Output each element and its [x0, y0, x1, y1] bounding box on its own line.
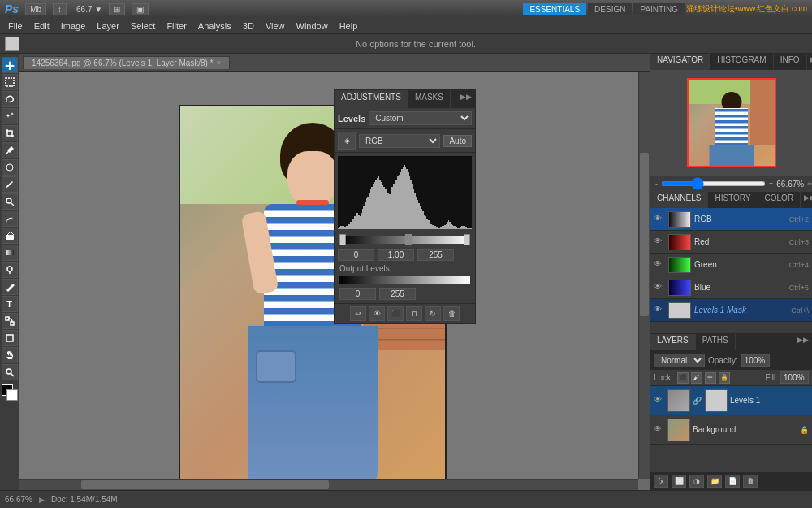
- refresh-icon-btn[interactable]: ↻: [425, 306, 441, 321]
- reset-icon-btn[interactable]: ↩: [350, 306, 366, 321]
- layer-levels1-eye[interactable]: 👁: [654, 395, 665, 406]
- masks-tab[interactable]: MASKS: [408, 90, 451, 108]
- menu-layer[interactable]: Layer: [92, 20, 124, 33]
- text-tool[interactable]: T: [2, 296, 18, 312]
- output-white-input[interactable]: [379, 288, 416, 300]
- screen-btn[interactable]: ▣: [132, 3, 149, 15]
- histogram-tab[interactable]: HISTOGRAM: [710, 54, 773, 70]
- lock-move-btn[interactable]: ✛: [705, 372, 716, 384]
- paths-tab[interactable]: PATHS: [696, 334, 736, 350]
- document-tab[interactable]: 14256364.jpg @ 66.7% (Levels 1, Layer Ma…: [23, 56, 230, 69]
- menu-image[interactable]: Image: [56, 20, 91, 33]
- navigator-tab[interactable]: NAVIGATOR: [650, 54, 710, 70]
- channel-rgb-eye[interactable]: 👁: [654, 214, 665, 225]
- history-tab[interactable]: HISTORY: [708, 192, 758, 208]
- channels-panel-menu[interactable]: ▶▶: [801, 192, 812, 208]
- menu-view[interactable]: View: [261, 20, 290, 33]
- channel-red-row[interactable]: 👁 Red Ctrl+3: [650, 231, 812, 254]
- layer-mask-btn[interactable]: ⬜: [672, 475, 686, 488]
- gradient-tool[interactable]: [2, 245, 18, 261]
- eraser-tool[interactable]: [2, 228, 18, 244]
- channel-mask-row[interactable]: 👁 Levels 1 Mask Ctrl+\: [650, 299, 812, 322]
- menu-filter[interactable]: Filter: [162, 20, 191, 33]
- shape-tool[interactable]: [2, 330, 18, 346]
- history-brush-tool[interactable]: [2, 211, 18, 227]
- lasso-tool[interactable]: [2, 91, 18, 107]
- marquee-tool[interactable]: [2, 74, 18, 90]
- menu-help[interactable]: Help: [335, 20, 363, 33]
- levels-input-slider[interactable]: [339, 236, 470, 244]
- channels-tab[interactable]: CHANNELS: [650, 192, 708, 208]
- layers-tab[interactable]: LAYERS: [650, 334, 696, 350]
- output-slider[interactable]: [339, 276, 470, 284]
- color-tab[interactable]: COLOR: [758, 192, 801, 208]
- vertical-scroll-thumb[interactable]: [640, 153, 649, 315]
- path-tool[interactable]: [2, 313, 18, 329]
- adjustments-preset-select[interactable]: Custom: [369, 111, 472, 125]
- channel-red-eye[interactable]: 👁: [654, 237, 665, 248]
- fill-input[interactable]: [780, 371, 809, 384]
- delete-layer-btn[interactable]: 🗑: [743, 475, 758, 488]
- nav-panel-menu[interactable]: ▶▶: [807, 54, 812, 70]
- blend-mode-select[interactable]: Normal: [654, 354, 705, 367]
- lock-all-btn[interactable]: 🔒: [719, 372, 730, 384]
- channel-blue-eye[interactable]: 👁: [654, 282, 665, 293]
- mode-btn-2[interactable]: ↕: [53, 3, 67, 15]
- channel-select[interactable]: RGB: [359, 134, 440, 148]
- visibility-icon-btn[interactable]: 👁: [369, 306, 385, 321]
- adjustments-tab[interactable]: ADJUSTMENTS: [335, 90, 408, 108]
- hand-tool[interactable]: [2, 347, 18, 363]
- output-black-input[interactable]: [339, 288, 376, 300]
- new-layer-btn[interactable]: 📄: [725, 475, 740, 488]
- crop-tool[interactable]: [2, 125, 18, 141]
- nav-zoom-slider[interactable]: [661, 181, 766, 186]
- eyedropper-tool[interactable]: [2, 142, 18, 158]
- layer-background-row[interactable]: 👁 Background 🔒: [650, 415, 812, 445]
- healing-tool[interactable]: [2, 159, 18, 176]
- panel-menu-btn[interactable]: ▶▶: [457, 90, 475, 108]
- channel-blue-row[interactable]: 👁 Blue Ctrl+5: [650, 276, 812, 299]
- lock-pixels-btn[interactable]: ⬛: [677, 372, 689, 384]
- magic-wand-tool[interactable]: [2, 108, 18, 124]
- opacity-input[interactable]: [741, 354, 770, 367]
- menu-select[interactable]: Select: [126, 20, 161, 33]
- tab-close-btn[interactable]: ×: [217, 59, 221, 67]
- black-input[interactable]: [338, 249, 374, 261]
- menu-file[interactable]: File: [3, 20, 28, 33]
- menu-edit[interactable]: Edit: [29, 20, 54, 33]
- clone-tool[interactable]: [2, 193, 18, 210]
- menu-analysis[interactable]: Analysis: [193, 20, 236, 33]
- vertical-scrollbar[interactable]: [638, 72, 650, 479]
- horizontal-scroll-thumb[interactable]: [81, 480, 329, 489]
- tool-options-icon[interactable]: [5, 37, 19, 51]
- new-group-btn[interactable]: 📁: [707, 475, 722, 488]
- delete-adj-btn[interactable]: 🗑: [443, 306, 460, 321]
- zoom-tool[interactable]: [2, 364, 18, 380]
- pen-tool[interactable]: [2, 279, 18, 295]
- essentials-btn[interactable]: ESSENTIALS: [523, 3, 586, 15]
- channel-green-eye[interactable]: 👁: [654, 259, 665, 271]
- gamma-input[interactable]: [378, 249, 414, 261]
- dodge-tool[interactable]: [2, 262, 18, 278]
- menu-window[interactable]: Window: [292, 20, 333, 33]
- horizontal-scrollbar[interactable]: [19, 479, 638, 490]
- lock-paint-btn[interactable]: 🖌: [691, 372, 702, 384]
- painting-btn[interactable]: PAINTING: [633, 3, 684, 15]
- black-point-handle[interactable]: [339, 234, 346, 245]
- nav-zoom-large-btn[interactable]: +: [769, 180, 773, 188]
- layer-background-eye[interactable]: 👁: [654, 424, 665, 436]
- channel-green-row[interactable]: 👁 Green Ctrl+4: [650, 254, 812, 276]
- nav-zoom-small-btn[interactable]: -: [655, 180, 658, 188]
- transform-btn[interactable]: ⊞: [109, 3, 125, 15]
- auto-levels-btn[interactable]: Auto: [443, 135, 472, 147]
- eyedrop-black-btn[interactable]: ◈: [338, 132, 356, 150]
- midtone-handle[interactable]: [405, 234, 412, 245]
- brush-tool[interactable]: [2, 176, 18, 193]
- clip-icon-btn[interactable]: ⊓: [406, 306, 422, 321]
- menu-3d[interactable]: 3D: [238, 20, 259, 33]
- channel-mask-eye[interactable]: 👁: [654, 305, 665, 316]
- info-tab[interactable]: INFO: [774, 54, 807, 70]
- design-btn[interactable]: DESIGN: [588, 3, 632, 15]
- channel-rgb-row[interactable]: 👁 RGB Ctrl+2: [650, 208, 812, 231]
- white-point-handle[interactable]: [464, 234, 470, 245]
